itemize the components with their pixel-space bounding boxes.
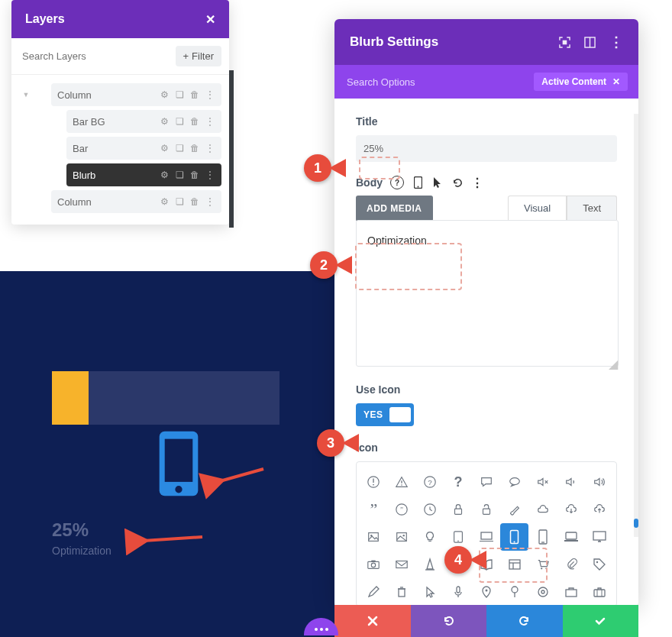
layers-title: Layers	[25, 12, 65, 26]
more-icon[interactable]: ⋮	[205, 196, 215, 207]
layer-row-blurb[interactable]: Blurb ⚙❏🗑⋮	[19, 163, 221, 186]
icon-quote-circle[interactable]: ”	[388, 496, 416, 523]
cursor-icon[interactable]	[431, 176, 444, 189]
icon-question[interactable]: ?	[444, 468, 473, 496]
expand-icon[interactable]	[559, 37, 570, 48]
more-icon[interactable]: ⋮	[205, 89, 215, 100]
icon-unlock[interactable]	[473, 496, 501, 523]
close-icon[interactable]: ✕	[612, 76, 620, 87]
active-content-tag[interactable]: Active Content ✕	[534, 73, 628, 91]
icon-target[interactable]	[528, 578, 557, 606]
icon-question-circle[interactable]: ?	[416, 468, 444, 496]
icon-volume-mute[interactable]	[528, 468, 557, 496]
icon-mobile-phone[interactable]	[500, 523, 528, 551]
layers-header: Layers ✕	[11, 0, 229, 38]
body-editor[interactable]: Optimization ◢	[356, 220, 619, 367]
icon-cursor[interactable]	[416, 578, 444, 606]
icon-warning-triangle[interactable]	[388, 468, 416, 496]
duplicate-icon[interactable]: ❏	[174, 143, 185, 154]
resize-handle-icon[interactable]: ◢	[609, 357, 616, 364]
more-icon[interactable]: ⋮	[205, 143, 215, 154]
tab-text[interactable]: Text	[567, 196, 617, 220]
icon-trash[interactable]	[388, 578, 416, 606]
expand-arrow-icon[interactable]: ▼	[19, 91, 33, 99]
icon-image[interactable]	[360, 523, 388, 551]
icon-cloud[interactable]	[528, 496, 557, 523]
undo-icon[interactable]	[451, 176, 464, 189]
svg-rect-3	[563, 40, 567, 44]
icon-pin-2[interactable]	[500, 578, 528, 606]
gear-icon[interactable]: ⚙	[159, 143, 170, 154]
confirm-button[interactable]	[563, 605, 639, 637]
body-editor-content: Optimization	[367, 234, 427, 247]
columns-icon[interactable]	[584, 37, 596, 48]
icon-bulb[interactable]	[416, 523, 444, 551]
icon-chat-alt[interactable]	[500, 468, 528, 496]
redo-button[interactable]	[486, 605, 563, 637]
gear-icon[interactable]: ⚙	[159, 116, 170, 127]
duplicate-icon[interactable]: ❏	[174, 116, 185, 127]
icon-camera[interactable]	[360, 551, 388, 578]
layer-row-bar-bg[interactable]: Bar BG ⚙❏🗑⋮	[19, 110, 221, 133]
use-icon-toggle[interactable]: YES	[356, 403, 414, 426]
icon-mail[interactable]	[388, 551, 416, 578]
icon-pencil[interactable]	[360, 578, 388, 606]
title-input[interactable]	[356, 135, 617, 162]
tab-visual[interactable]: Visual	[508, 196, 567, 220]
icon-exclaim-circle[interactable]	[360, 468, 388, 496]
filter-button[interactable]: + Filter	[176, 46, 221, 66]
trash-icon[interactable]: 🗑	[189, 89, 200, 100]
icon-clock[interactable]	[416, 496, 444, 523]
duplicate-icon[interactable]: ❏	[174, 89, 185, 100]
close-icon[interactable]: ✕	[205, 12, 215, 27]
scrollbar[interactable]	[634, 114, 638, 537]
icon-cart[interactable]	[528, 551, 557, 578]
layer-row-bar[interactable]: Bar ⚙❏🗑⋮	[19, 137, 221, 160]
icon-brush[interactable]	[500, 496, 528, 523]
trash-icon[interactable]: 🗑	[189, 116, 200, 127]
icon-briefcase[interactable]	[557, 578, 585, 606]
icon-cone[interactable]	[416, 551, 444, 578]
layer-row-column-2[interactable]: Column ⚙❏🗑⋮	[19, 190, 221, 213]
icon-lock[interactable]	[444, 496, 473, 523]
icon-volume-high[interactable]	[585, 468, 613, 496]
gear-icon[interactable]: ⚙	[159, 170, 170, 180]
scroll-thumb[interactable]	[634, 519, 638, 528]
add-media-button[interactable]: ADD MEDIA	[356, 196, 433, 221]
layer-label: Column	[57, 89, 92, 101]
layers-search-input[interactable]	[19, 46, 176, 66]
more-icon[interactable]: ⋮	[609, 34, 623, 50]
icon-mic[interactable]	[444, 578, 473, 606]
icon-cloud-up[interactable]	[585, 496, 613, 523]
layers-search-bar: + Filter	[11, 38, 229, 75]
duplicate-icon[interactable]: ❏	[174, 170, 185, 180]
icon-monitor[interactable]	[585, 523, 613, 551]
icon-laptop-alt[interactable]	[557, 523, 585, 551]
layer-row-column-1[interactable]: ▼ Column ⚙❏🗑⋮	[19, 83, 221, 106]
icon-suitcase[interactable]	[585, 578, 613, 606]
gear-icon[interactable]: ⚙	[159, 196, 170, 207]
settings-search-input[interactable]	[345, 76, 534, 89]
icon-cloud-down[interactable]	[557, 496, 585, 523]
trash-icon[interactable]: 🗑	[189, 196, 200, 207]
duplicate-icon[interactable]: ❏	[174, 196, 185, 207]
more-icon[interactable]: ⋮	[205, 170, 215, 180]
icon-paperclip[interactable]	[557, 551, 585, 578]
more-icon[interactable]: ⋮	[205, 116, 215, 127]
undo-button[interactable]	[411, 605, 487, 637]
icon-chat[interactable]	[473, 468, 501, 496]
icon-pin[interactable]	[473, 578, 501, 606]
icon-quote[interactable]: ”	[360, 496, 388, 523]
icon-tag[interactable]	[585, 551, 613, 578]
icon-volume-low[interactable]	[557, 468, 585, 496]
trash-icon[interactable]: 🗑	[189, 170, 200, 180]
trash-icon[interactable]: 🗑	[189, 143, 200, 154]
more-icon[interactable]: ⋮	[471, 176, 483, 189]
icon-image-alt[interactable]	[388, 523, 416, 551]
cancel-button[interactable]	[334, 605, 411, 637]
help-icon[interactable]: ?	[390, 176, 404, 189]
icon-phone-outline[interactable]	[528, 523, 557, 551]
icon-layout[interactable]	[500, 551, 528, 578]
gear-icon[interactable]: ⚙	[159, 89, 170, 100]
mobile-icon[interactable]	[412, 176, 424, 189]
